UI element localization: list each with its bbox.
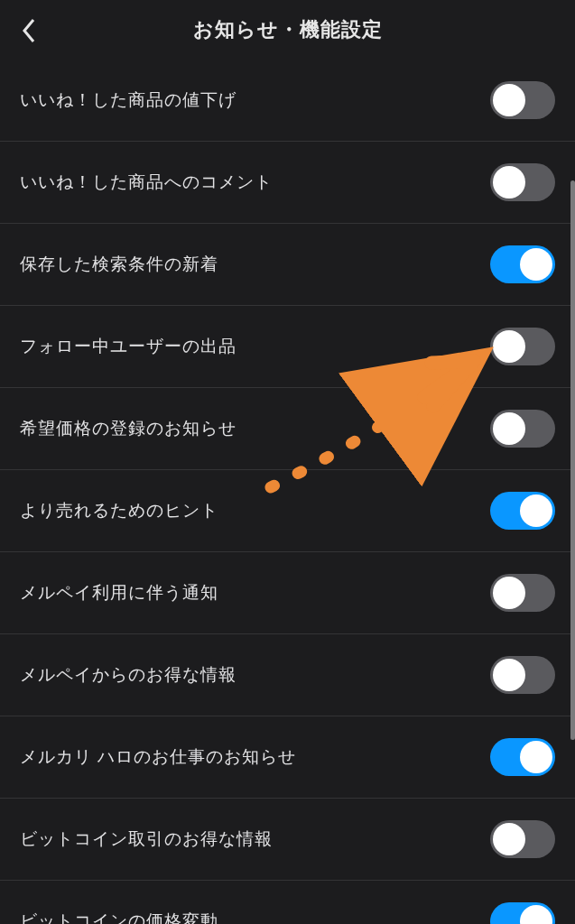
toggle-knob — [493, 84, 525, 116]
toggle-switch[interactable] — [490, 738, 555, 776]
settings-row-label: フォロー中ユーザーの出品 — [20, 335, 236, 358]
chevron-left-icon — [21, 17, 37, 44]
settings-row-label: いいね！した商品の値下げ — [20, 88, 236, 112]
toggle-knob — [493, 577, 525, 609]
settings-row: フォロー中ユーザーの出品 — [0, 306, 575, 388]
settings-row-label: 保存した検索条件の新着 — [20, 253, 218, 276]
toggle-knob — [493, 659, 525, 691]
settings-row: メルペイからのお得な情報 — [0, 634, 575, 716]
settings-row-label: 希望価格の登録のお知らせ — [20, 417, 236, 440]
back-button[interactable] — [13, 14, 45, 47]
toggle-switch[interactable] — [490, 163, 555, 201]
toggle-switch[interactable] — [490, 410, 555, 448]
settings-row-label: より売れるためのヒント — [20, 499, 218, 522]
toggle-switch[interactable] — [490, 492, 555, 530]
header: お知らせ・機能設定 — [0, 0, 575, 60]
settings-row: ビットコインの価格変動 — [0, 881, 575, 924]
settings-row: いいね！した商品の値下げ — [0, 60, 575, 142]
toggle-knob — [493, 823, 525, 855]
toggle-switch[interactable] — [490, 245, 555, 283]
settings-row-label: メルカリ ハロのお仕事のお知らせ — [20, 745, 296, 769]
toggle-switch[interactable] — [490, 902, 555, 924]
toggle-knob — [493, 330, 525, 363]
toggle-switch[interactable] — [490, 81, 555, 119]
toggle-switch[interactable] — [490, 574, 555, 612]
settings-row-label: ビットコイン取引のお得な情報 — [20, 827, 273, 851]
settings-list: いいね！した商品の値下げいいね！した商品へのコメント保存した検索条件の新着フォロ… — [0, 60, 575, 924]
settings-row: より売れるためのヒント — [0, 470, 575, 552]
toggle-knob — [520, 905, 552, 924]
toggle-knob — [520, 741, 552, 773]
toggle-knob — [520, 248, 552, 281]
toggle-knob — [520, 494, 552, 527]
settings-row: メルペイ利用に伴う通知 — [0, 552, 575, 634]
settings-row: ビットコイン取引のお得な情報 — [0, 799, 575, 881]
settings-row: メルカリ ハロのお仕事のお知らせ — [0, 716, 575, 799]
toggle-knob — [493, 166, 525, 199]
settings-row-label: メルペイからのお得な情報 — [20, 663, 236, 687]
scrollbar-indicator[interactable] — [570, 180, 575, 740]
settings-row-label: いいね！した商品へのコメント — [20, 171, 273, 194]
settings-row: いいね！した商品へのコメント — [0, 142, 575, 224]
page-title: お知らせ・機能設定 — [193, 16, 383, 43]
settings-row-label: メルペイ利用に伴う通知 — [20, 581, 218, 605]
toggle-switch[interactable] — [490, 328, 555, 365]
settings-row: 保存した検索条件の新着 — [0, 224, 575, 306]
toggle-switch[interactable] — [490, 656, 555, 694]
settings-row-label: ビットコインの価格変動 — [20, 910, 218, 924]
toggle-switch[interactable] — [490, 820, 555, 858]
settings-row: 希望価格の登録のお知らせ — [0, 388, 575, 470]
toggle-knob — [493, 412, 525, 445]
